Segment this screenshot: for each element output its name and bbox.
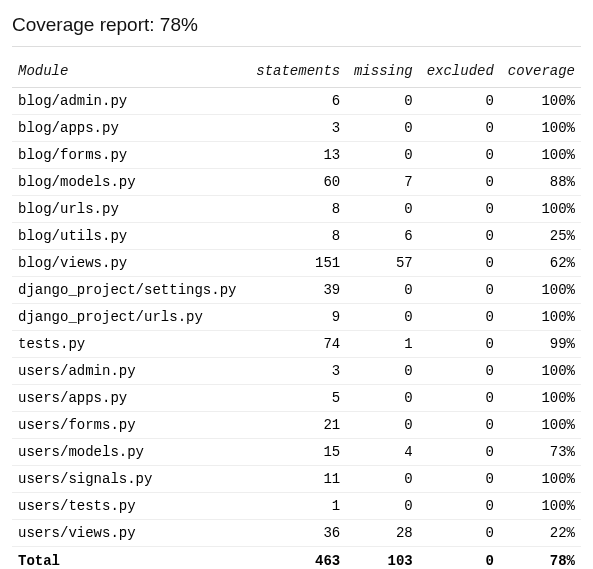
table-row: blog/views.py15157062% [12,250,581,277]
cell-statements: 13 [248,142,346,169]
col-excluded[interactable]: excluded [419,55,500,88]
cell-statements: 11 [248,466,346,493]
cell-coverage: 62% [500,250,581,277]
cell-coverage: 100% [500,385,581,412]
cell-coverage: 25% [500,223,581,250]
col-coverage[interactable]: coverage [500,55,581,88]
total-statements: 463 [248,547,346,570]
cell-excluded: 0 [419,520,500,547]
module-link[interactable]: blog/views.py [18,255,127,271]
cell-excluded: 0 [419,169,500,196]
cell-statements: 1 [248,493,346,520]
cell-excluded: 0 [419,223,500,250]
cell-excluded: 0 [419,250,500,277]
cell-missing: 0 [346,385,419,412]
cell-missing: 0 [346,88,419,115]
cell-missing: 57 [346,250,419,277]
cell-excluded: 0 [419,277,500,304]
module-link[interactable]: django_project/urls.py [18,309,203,325]
module-link[interactable]: users/views.py [18,525,136,541]
cell-statements: 5 [248,385,346,412]
cell-missing: 0 [346,277,419,304]
table-row: blog/forms.py1300100% [12,142,581,169]
total-coverage: 78% [500,547,581,570]
cell-missing: 0 [346,493,419,520]
cell-statements: 39 [248,277,346,304]
table-row: tests.py741099% [12,331,581,358]
table-row: django_project/settings.py3900100% [12,277,581,304]
cell-statements: 9 [248,304,346,331]
module-link[interactable]: blog/models.py [18,174,136,190]
cell-missing: 0 [346,142,419,169]
module-link[interactable]: blog/apps.py [18,120,119,136]
module-link[interactable]: blog/forms.py [18,147,127,163]
cell-statements: 60 [248,169,346,196]
module-link[interactable]: tests.py [18,336,85,352]
cell-missing: 0 [346,115,419,142]
module-link[interactable]: users/signals.py [18,471,152,487]
module-link[interactable]: users/admin.py [18,363,136,379]
cell-excluded: 0 [419,304,500,331]
col-statements[interactable]: statements [248,55,346,88]
cell-missing: 28 [346,520,419,547]
cell-missing: 7 [346,169,419,196]
module-link[interactable]: users/apps.py [18,390,127,406]
report-header: Coverage report: 78% [12,10,581,47]
table-row: django_project/urls.py900100% [12,304,581,331]
cell-excluded: 0 [419,88,500,115]
cell-statements: 3 [248,115,346,142]
total-missing: 103 [346,547,419,570]
cell-excluded: 0 [419,331,500,358]
cell-coverage: 100% [500,196,581,223]
cell-coverage: 22% [500,520,581,547]
cell-statements: 15 [248,439,346,466]
cell-missing: 0 [346,196,419,223]
cell-statements: 8 [248,196,346,223]
cell-coverage: 100% [500,88,581,115]
table-row: users/forms.py2100100% [12,412,581,439]
cell-coverage: 100% [500,493,581,520]
cell-statements: 3 [248,358,346,385]
cell-missing: 4 [346,439,419,466]
module-link[interactable]: users/forms.py [18,417,136,433]
module-link[interactable]: users/models.py [18,444,144,460]
table-row: blog/apps.py300100% [12,115,581,142]
col-module[interactable]: Module [12,55,248,88]
cell-excluded: 0 [419,142,500,169]
cell-excluded: 0 [419,412,500,439]
table-row: users/models.py154073% [12,439,581,466]
cell-statements: 74 [248,331,346,358]
cell-missing: 0 [346,358,419,385]
cell-excluded: 0 [419,115,500,142]
col-missing[interactable]: missing [346,55,419,88]
cell-missing: 0 [346,466,419,493]
cell-excluded: 0 [419,196,500,223]
cell-statements: 6 [248,88,346,115]
module-link[interactable]: blog/utils.py [18,228,127,244]
total-label: Total [12,547,248,570]
cell-missing: 1 [346,331,419,358]
cell-statements: 8 [248,223,346,250]
coverage-table: Module statements missing excluded cover… [12,55,581,569]
cell-excluded: 0 [419,385,500,412]
cell-coverage: 100% [500,277,581,304]
module-link[interactable]: blog/urls.py [18,201,119,217]
cell-coverage: 99% [500,331,581,358]
cell-missing: 6 [346,223,419,250]
total-excluded: 0 [419,547,500,570]
module-link[interactable]: blog/admin.py [18,93,127,109]
table-row: blog/models.py607088% [12,169,581,196]
table-header-row: Module statements missing excluded cover… [12,55,581,88]
module-link[interactable]: users/tests.py [18,498,136,514]
cell-coverage: 100% [500,115,581,142]
cell-statements: 151 [248,250,346,277]
cell-excluded: 0 [419,439,500,466]
cell-coverage: 100% [500,412,581,439]
table-row: users/signals.py1100100% [12,466,581,493]
cell-missing: 0 [346,412,419,439]
cell-excluded: 0 [419,493,500,520]
module-link[interactable]: django_project/settings.py [18,282,236,298]
page-title: Coverage report: 78% [12,14,581,36]
table-row: users/tests.py100100% [12,493,581,520]
cell-coverage: 88% [500,169,581,196]
